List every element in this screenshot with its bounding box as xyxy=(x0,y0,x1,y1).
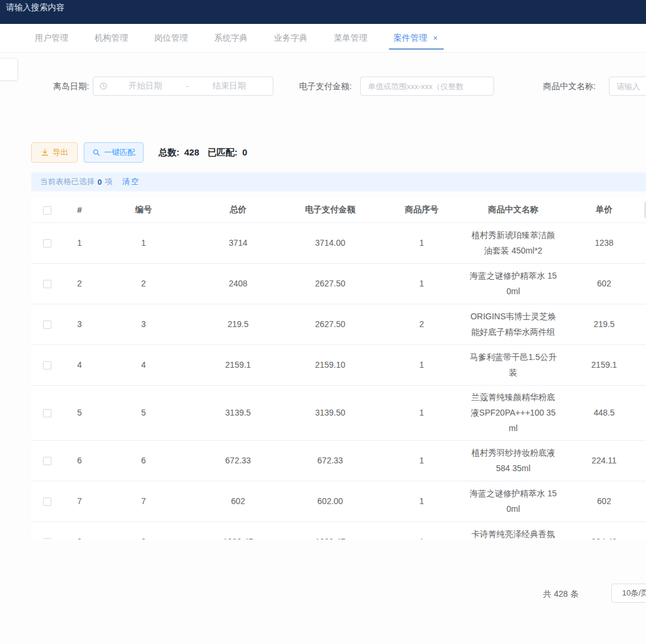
row-checkbox[interactable] xyxy=(43,498,51,506)
header-unit-price: 单价 xyxy=(559,197,646,222)
cell-checkbox xyxy=(31,222,63,263)
cell-epay: 2627.50 xyxy=(285,263,376,304)
tab-system-dict[interactable]: 系统字典 xyxy=(214,24,248,53)
cell-total: 1003.47 xyxy=(191,521,285,539)
select-all-checkbox[interactable] xyxy=(43,206,51,215)
tab-case-management[interactable]: 案件管理 × xyxy=(394,24,438,53)
cell-name: 兰蔻菁纯臻颜精华粉底液SPF20PA+++100 35ml xyxy=(468,385,559,440)
tab-label: 岗位管理 xyxy=(154,33,188,44)
cell-total: 672.33 xyxy=(191,440,285,481)
cell-total: 602 xyxy=(191,481,285,521)
one-click-match-button[interactable]: 一键匹配 xyxy=(84,142,144,163)
cell-epay: 1003.47 xyxy=(285,521,376,539)
cell-name: 海蓝之谜修护精萃水 150ml xyxy=(468,481,559,521)
header-total-price: 总价 xyxy=(191,197,285,222)
tab-label: 用户管理 xyxy=(35,33,68,44)
tab-post-management[interactable]: 岗位管理 xyxy=(154,24,188,53)
cell-epay: 3139.50 xyxy=(285,385,376,440)
search-icon xyxy=(92,148,100,157)
cell-name: ORIGINS韦博士灵芝焕能好底子精华水两件组 xyxy=(468,304,559,344)
cell-index: 3 xyxy=(63,304,96,344)
row-checkbox[interactable] xyxy=(43,239,51,248)
cell-total: 2159.1 xyxy=(191,344,285,385)
header-epay-amount: 电子支付金额 xyxy=(285,197,376,222)
cell-name: 卡诗菁纯亮泽经典香氛 xyxy=(468,521,559,539)
clock-icon xyxy=(99,82,108,90)
cell-index: 6 xyxy=(63,440,96,481)
row-checkbox[interactable] xyxy=(43,457,51,465)
table-header-row: # 编号 总价 电子支付金额 商品序号 商品中文名称 单价 xyxy=(31,197,646,222)
cell-index: 1 xyxy=(63,222,96,263)
epay-amount-input[interactable] xyxy=(361,77,493,95)
cell-name: 植村秀新琥珀臻萃洁颜油套装 450ml*2 xyxy=(468,222,559,263)
tab-menu-management[interactable]: 菜单管理 xyxy=(334,24,367,53)
cell-code: 2 xyxy=(96,263,191,304)
cell-unit: 2159.1 xyxy=(559,344,646,385)
cell-name: 海蓝之谜修护精萃水 150ml xyxy=(468,263,559,304)
cell-code: 6 xyxy=(96,440,191,481)
cell-name: 马爹利蓝带干邑1.5公升装 xyxy=(468,344,559,385)
epay-amount-label: 电子支付金额: xyxy=(299,77,352,96)
matched-label: 已匹配: xyxy=(208,147,237,157)
page: 请输入搜索内容 用户管理 机构管理 岗位管理 系统字典 业务字典 菜单管理 案件… xyxy=(0,0,646,644)
download-icon xyxy=(41,148,49,157)
row-checkbox[interactable] xyxy=(43,361,51,370)
tab-user-management[interactable]: 用户管理 xyxy=(35,24,68,53)
selection-info-bar: 当前表格已选择 0 项 清空 xyxy=(31,172,646,191)
tab-business-dict[interactable]: 业务字典 xyxy=(274,24,307,53)
selection-suffix: 项 xyxy=(105,176,112,187)
cell-epay: 2627.50 xyxy=(285,304,376,344)
total-value: 428 xyxy=(184,147,199,157)
date-range-separator: - xyxy=(183,81,191,91)
cell-code: 4 xyxy=(96,344,191,385)
product-name-input[interactable] xyxy=(610,77,646,95)
cell-checkbox xyxy=(31,440,63,481)
cell-index: 8 xyxy=(63,521,96,539)
header-product-name: 商品中文名称 xyxy=(468,197,559,222)
cell-seq: 1 xyxy=(376,344,468,385)
cell-epay: 672.33 xyxy=(285,440,376,481)
global-search-input[interactable]: 请输入搜索内容 xyxy=(6,2,65,13)
table-row: 7 7 602 602.00 1 海蓝之谜修护精萃水 150ml 602 xyxy=(31,481,646,521)
row-checkbox[interactable] xyxy=(43,280,51,288)
cell-unit: 224.11 xyxy=(559,440,646,481)
total-label: 总数: xyxy=(159,147,179,157)
departure-date-range-picker[interactable]: 开始日期 - 结束日期 xyxy=(93,77,273,96)
pagination-total: 共 428 条 xyxy=(543,585,578,603)
table-row: 8 8 1003.47 1003.47 1 卡诗菁纯亮泽经典香氛 334.49 xyxy=(31,521,646,539)
product-name-field-box xyxy=(609,77,646,96)
cell-code: 8 xyxy=(96,521,191,539)
table-row: 4 4 2159.1 2159.10 1 马爹利蓝带干邑1.5公升装 2159.… xyxy=(31,344,646,385)
cell-index: 5 xyxy=(63,385,96,440)
top-navbar: 请输入搜索内容 xyxy=(0,0,646,24)
page-size-select[interactable]: 10条/页 xyxy=(611,584,646,603)
cell-unit: 602 xyxy=(559,263,646,304)
row-checkbox[interactable] xyxy=(43,321,51,329)
tab-label: 菜单管理 xyxy=(334,33,367,44)
close-tab-icon[interactable]: × xyxy=(433,33,438,42)
clear-selection-link[interactable]: 清空 xyxy=(122,176,140,187)
export-label: 导出 xyxy=(53,147,68,158)
matched-value: 0 xyxy=(242,147,247,157)
end-date-input[interactable]: 结束日期 xyxy=(191,81,267,91)
cell-name: 植村秀羽纱持妆粉底液 584 35ml xyxy=(468,440,559,481)
cell-total: 3714 xyxy=(191,222,285,263)
row-checkbox[interactable] xyxy=(43,538,51,539)
header-code: 编号 xyxy=(96,197,191,222)
cell-code: 1 xyxy=(96,222,191,263)
cell-total: 3139.5 xyxy=(191,385,285,440)
header-product-seq: 商品序号 xyxy=(376,197,468,222)
header-checkbox-cell xyxy=(31,197,63,222)
product-name-label: 商品中文名称: xyxy=(543,77,596,96)
cell-checkbox xyxy=(31,344,63,385)
match-stats: 总数:428已匹配:0 xyxy=(159,142,247,163)
export-button[interactable]: 导出 xyxy=(31,142,78,163)
row-checkbox[interactable] xyxy=(43,409,51,417)
table-row: 1 1 3714 3714.00 1 植村秀新琥珀臻萃洁颜油套装 450ml*2… xyxy=(31,222,646,263)
cell-total: 2408 xyxy=(191,263,285,304)
collapsed-side-panel[interactable] xyxy=(0,58,18,81)
tab-org-management[interactable]: 机构管理 xyxy=(95,24,128,53)
start-date-input[interactable]: 开始日期 xyxy=(108,81,183,91)
cell-epay: 3714.00 xyxy=(285,222,376,263)
cases-table: # 编号 总价 电子支付金额 商品序号 商品中文名称 单价 1 1 3714 3… xyxy=(31,197,646,539)
